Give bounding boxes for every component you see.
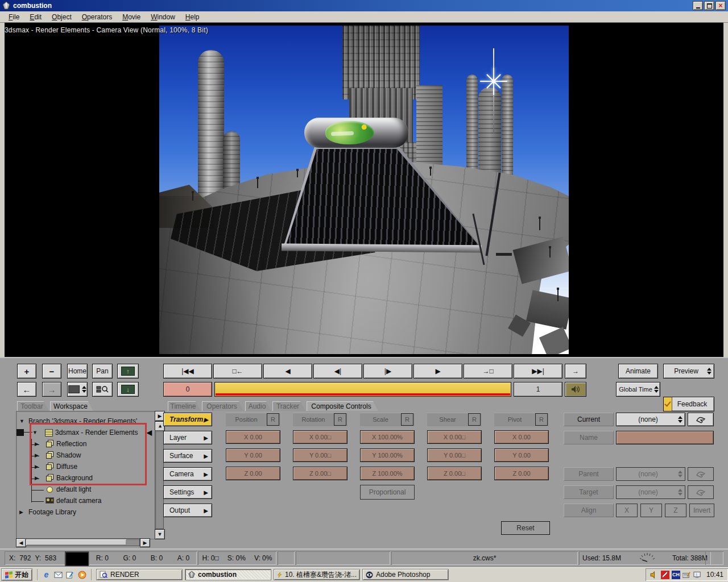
task-image-viewer[interactable]: 10. 植槽寨&瓒告浇-渚... bbox=[274, 569, 360, 580]
mail-icon[interactable] bbox=[54, 571, 63, 579]
expand-right-icon[interactable]: ▶ bbox=[35, 441, 39, 447]
antivirus-icon[interactable] bbox=[661, 571, 669, 579]
animate-button[interactable]: Animate bbox=[618, 364, 658, 379]
position-x-field[interactable]: X 0.00 bbox=[226, 430, 280, 444]
position-reset-button[interactable]: R bbox=[267, 413, 279, 426]
render-viewport[interactable] bbox=[159, 26, 569, 354]
reset-button[interactable]: Reset bbox=[501, 521, 550, 535]
tab-audio[interactable]: Audio bbox=[245, 401, 271, 411]
tree-horizontal-scrollbar[interactable] bbox=[25, 538, 140, 546]
menu-operators[interactable]: Operators bbox=[77, 12, 117, 22]
menu-object[interactable]: Object bbox=[47, 12, 77, 22]
timeline-scrubber[interactable] bbox=[214, 382, 511, 397]
align-z-button[interactable]: Z bbox=[665, 504, 686, 517]
go-to-end-button[interactable]: ▶▶| bbox=[514, 364, 562, 379]
rotation-x-field[interactable]: X 0.00□ bbox=[293, 430, 348, 444]
tree-node-footage-library[interactable]: ▶ Footage Library bbox=[16, 507, 155, 517]
rotation-reset-button[interactable]: R bbox=[334, 413, 346, 426]
position-y-field[interactable]: Y 0.00 bbox=[226, 448, 280, 462]
workspace-tree[interactable]: ▼ Branch '3dsmax - Render Elements' ▼ 3d… bbox=[16, 411, 156, 539]
menu-window[interactable]: Window bbox=[146, 12, 180, 22]
rotation-z-field[interactable]: Z 0.00□ bbox=[293, 467, 348, 480]
expand-right-icon[interactable]: ▶ bbox=[35, 452, 39, 458]
shear-y-field[interactable]: Y 0.00□ bbox=[427, 448, 482, 462]
expand-right-icon[interactable]: ▶ bbox=[35, 475, 39, 481]
keyboard-pen-icon[interactable] bbox=[682, 571, 691, 579]
shear-reset-button[interactable]: R bbox=[468, 413, 481, 426]
pick-parent-button[interactable] bbox=[688, 467, 714, 481]
ime-language-icon[interactable]: CH bbox=[672, 571, 680, 579]
name-field[interactable] bbox=[616, 431, 714, 444]
shear-z-field[interactable]: Z 0.00□ bbox=[427, 467, 482, 480]
expand-down-icon[interactable]: ▼ bbox=[19, 418, 24, 424]
jump-button[interactable]: → bbox=[565, 364, 586, 379]
mode-output-button[interactable]: Output▶ bbox=[163, 504, 212, 517]
tree-node-3dsmax-render-elements[interactable]: ▼ 3dsmax - Render Elements ◀ bbox=[16, 427, 155, 438]
play-button[interactable]: ▶ bbox=[413, 364, 462, 379]
mode-transform-button[interactable]: Transform▶ bbox=[163, 413, 212, 426]
tree-node-default-light[interactable]: default light bbox=[16, 484, 155, 494]
menu-edit[interactable]: Edit bbox=[24, 12, 47, 22]
tree-vertical-scrollbar[interactable] bbox=[155, 430, 164, 529]
proportional-button[interactable]: Proportional bbox=[360, 485, 415, 500]
step-back-button[interactable]: ◀| bbox=[313, 364, 362, 379]
tree-node-shadow[interactable]: ▶ Shadow bbox=[16, 450, 155, 460]
home-button[interactable]: Home bbox=[67, 364, 88, 379]
tree-node-reflection[interactable]: ▶ Reflection bbox=[16, 439, 155, 449]
internet-explorer-icon[interactable]: e bbox=[42, 571, 51, 579]
tab-tracker[interactable]: Tracker bbox=[272, 401, 305, 411]
tab-workspace[interactable]: Workspace bbox=[50, 401, 93, 411]
zoom-out-button[interactable]: − bbox=[42, 364, 61, 379]
shear-x-field[interactable]: X 0.00□ bbox=[427, 430, 482, 444]
scale-x-field[interactable]: X 100.00% bbox=[360, 430, 415, 444]
tree-node-diffuse[interactable]: ▶ Diffuse bbox=[16, 462, 155, 472]
tree-scroll-right-button[interactable]: ▶ bbox=[140, 538, 150, 547]
task-photoshop[interactable]: Adobe Photoshop bbox=[362, 569, 449, 580]
tab-operators[interactable]: Operators bbox=[202, 401, 244, 411]
mode-surface-button[interactable]: Surface▶ bbox=[163, 449, 212, 463]
global-time-dropdown[interactable]: Global Time bbox=[616, 382, 660, 397]
feedback-toggle[interactable]: Feedback bbox=[663, 397, 714, 411]
step-forward-button[interactable]: |▶ bbox=[363, 364, 412, 379]
scale-reset-button[interactable]: R bbox=[401, 413, 413, 426]
pivot-z-field[interactable]: Z 0.00 bbox=[494, 467, 549, 480]
go-to-start-button[interactable]: |◀◀ bbox=[163, 364, 212, 379]
tab-toolbar[interactable]: Toolbar bbox=[17, 401, 49, 411]
task-combustion[interactable]: combustion bbox=[185, 569, 271, 580]
target-dropdown[interactable]: (none) bbox=[616, 485, 685, 499]
pick-current-button[interactable] bbox=[688, 413, 714, 426]
close-button[interactable]: × bbox=[715, 1, 726, 10]
tree-node-background[interactable]: ▶ Background bbox=[16, 473, 155, 483]
menu-help[interactable]: Help bbox=[180, 12, 205, 22]
title-bar[interactable]: combustion × bbox=[0, 0, 728, 11]
preview-dropdown[interactable]: Preview bbox=[663, 364, 714, 379]
minimize-button[interactable] bbox=[693, 1, 703, 10]
display-mode-button[interactable] bbox=[67, 382, 88, 397]
history-back-button[interactable]: ← bbox=[17, 382, 36, 397]
demote-down-button[interactable]: ↓ bbox=[117, 382, 139, 397]
promote-up-button[interactable]: ↑ bbox=[117, 364, 139, 379]
scrollbar-thumb[interactable] bbox=[26, 539, 126, 545]
pan-button[interactable]: Pan bbox=[92, 364, 113, 379]
align-x-button[interactable]: X bbox=[616, 504, 638, 517]
media-player-icon[interactable] bbox=[78, 571, 86, 579]
tab-composite-controls[interactable]: Composite Controls bbox=[307, 401, 378, 411]
zoom-in-button[interactable]: + bbox=[17, 364, 36, 379]
restore-button[interactable] bbox=[704, 1, 714, 10]
schematic-button[interactable] bbox=[92, 382, 113, 397]
system-monitor-icon[interactable]: i bbox=[693, 571, 702, 579]
mode-camera-button[interactable]: Camera▶ bbox=[163, 467, 212, 481]
task-render[interactable]: RENDER bbox=[96, 569, 183, 580]
volume-icon[interactable] bbox=[650, 571, 659, 579]
end-frame-field[interactable]: 1 bbox=[514, 382, 562, 397]
mark-in-button[interactable]: □← bbox=[213, 364, 262, 379]
tab-timeline[interactable]: Timeline bbox=[168, 401, 201, 411]
tree-node-default-camera[interactable]: default camera bbox=[16, 496, 155, 506]
pick-target-button[interactable] bbox=[688, 485, 714, 499]
play-reverse-button[interactable]: ◀ bbox=[263, 364, 312, 379]
menu-file[interactable]: File bbox=[3, 12, 24, 22]
show-desktop-icon[interactable] bbox=[66, 571, 75, 579]
expand-right-icon[interactable]: ▶ bbox=[19, 509, 23, 515]
current-frame-field[interactable]: 0 bbox=[163, 382, 212, 397]
rotation-y-field[interactable]: Y 0.00□ bbox=[293, 448, 348, 462]
